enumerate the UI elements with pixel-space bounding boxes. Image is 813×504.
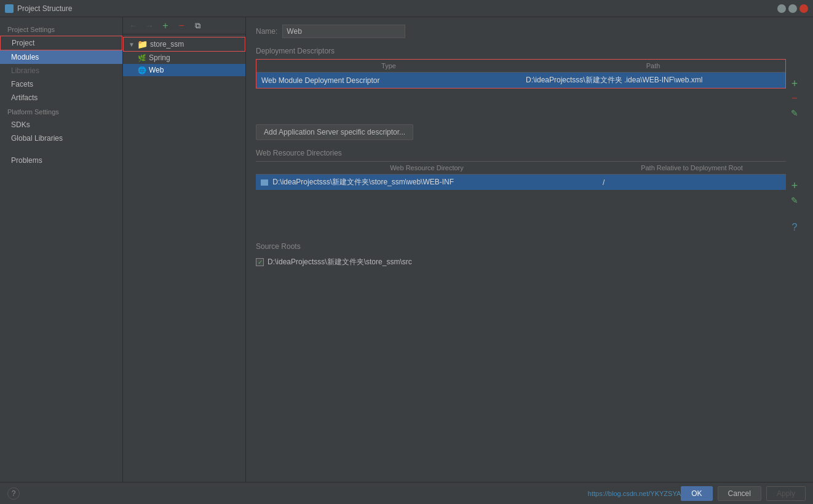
remove-module-button[interactable]: − [175, 19, 188, 33]
right-content: Name: Deployment Descriptors Type Path [246, 17, 813, 482]
dd-type-cell: Web Module Deployment Descriptor [256, 73, 521, 89]
module-toolbar: ← → + − ⧉ [123, 17, 245, 34]
name-label: Name: [256, 27, 277, 36]
back-button[interactable]: ← [127, 19, 140, 33]
sidebar-item-project[interactable]: Project [0, 36, 122, 50]
window-title: Project Structure [17, 4, 777, 13]
wr-actions: + ✎ ? [786, 161, 803, 234]
dd-add-button[interactable]: + [788, 77, 801, 90]
deployment-descriptors-table: Type Path Web Module Deployment Descript… [256, 60, 785, 88]
web-resource-title: Web Resource Directories [256, 149, 803, 157]
name-row: Name: [256, 25, 803, 38]
folder-icon: 📁 [137, 39, 148, 49]
table-row[interactable]: Web Module Deployment Descriptor D:\idea… [256, 73, 785, 89]
cancel-button[interactable]: Cancel [718, 486, 761, 501]
platform-settings-header: Platform Settings [0, 104, 122, 118]
wr-dir-cell: D:\ideaProjectsss\新建文件夹\store_ssm\web\WE… [256, 175, 598, 191]
tree-item-spring[interactable]: 🌿 Spring [123, 52, 245, 64]
bottom-left: ? [7, 487, 20, 500]
sidebar: Project Settings Project Modules Librari… [0, 17, 123, 482]
source-checkbox[interactable] [256, 258, 264, 266]
dd-actions: + − ✎ [786, 59, 803, 119]
bottom-right: OK Cancel Apply [681, 486, 806, 501]
source-roots-title: Source Roots [256, 242, 803, 251]
wr-edit-button[interactable]: ✎ [788, 194, 801, 207]
web-resource-table: Web Resource Directory Path Relative to … [256, 161, 786, 190]
sidebar-item-modules[interactable]: Modules [0, 50, 122, 64]
table-row[interactable]: D:\ideaProjectsss\新建文件夹\store_ssm\web\WE… [256, 175, 786, 191]
url-label: https://blog.csdn.net/YKYZSYA [588, 490, 681, 497]
sidebar-item-sdks[interactable]: SDKs [0, 118, 122, 132]
deployment-descriptors-table-container: Type Path Web Module Deployment Descript… [256, 59, 786, 89]
copy-module-button[interactable]: ⧉ [191, 19, 204, 33]
add-descriptor-button[interactable]: Add Application Server specific descript… [256, 124, 413, 140]
spring-icon: 🌿 [138, 54, 146, 62]
sidebar-item-facets[interactable]: Facets [0, 77, 122, 91]
source-roots-section: Source Roots D:\ideaProjectsss\新建文件夹\sto… [256, 242, 803, 270]
source-row: D:\ideaProjectsss\新建文件夹\store_ssm\src [256, 254, 803, 270]
window-controls [777, 4, 808, 13]
tree-arrow-icon: ▼ [129, 41, 135, 48]
dd-remove-button[interactable]: − [788, 92, 801, 104]
wr-add-button[interactable]: + [788, 179, 801, 192]
sidebar-item-problems[interactable]: Problems [0, 154, 122, 167]
web-icon: 🌐 [138, 66, 146, 74]
dd-path-cell: D:\ideaProjectsss\新建文件夹 .idea\WEB-INF\we… [521, 73, 785, 89]
name-input[interactable] [282, 25, 405, 38]
module-tree: ▼ 📁 store_ssm 🌿 Spring 🌐 Web [123, 34, 245, 79]
wr-col-rel-header: Path Relative to Deployment Root [598, 162, 786, 175]
source-path: D:\ideaProjectsss\新建文件夹\store_ssm\src [268, 257, 412, 267]
close-button[interactable] [799, 4, 808, 13]
wr-rel-cell: / [598, 175, 786, 191]
forward-button[interactable]: → [143, 19, 156, 33]
ok-button[interactable]: OK [681, 486, 712, 501]
dd-col-type-header: Type [256, 60, 521, 73]
help-button[interactable]: ? [7, 487, 20, 500]
wr-help-button[interactable]: ? [788, 221, 801, 234]
sidebar-item-global-libraries[interactable]: Global Libraries [0, 132, 122, 145]
add-module-button[interactable]: + [159, 19, 172, 33]
module-panel: ← → + − ⧉ ▼ 📁 store_ssm 🌿 Spring 🌐 [123, 17, 246, 482]
title-bar: Project Structure [0, 0, 813, 17]
sidebar-item-libraries[interactable]: Libraries [0, 64, 122, 77]
bottom-bar: ? https://blog.csdn.net/YKYZSYA OK Cance… [0, 482, 813, 504]
dd-edit-button[interactable]: ✎ [788, 107, 801, 119]
sidebar-item-artifacts[interactable]: Artifacts [0, 91, 122, 104]
folder-small-icon [261, 179, 268, 186]
app-icon [5, 4, 14, 13]
tree-item-store-ssm[interactable]: ▼ 📁 store_ssm [123, 37, 245, 52]
main-container: Project Settings Project Modules Librari… [0, 17, 813, 482]
dd-col-path-header: Path [521, 60, 785, 73]
apply-button[interactable]: Apply [766, 486, 806, 501]
web-resource-section: Web Resource Directories Web Resource Di… [256, 149, 803, 234]
tree-item-web[interactable]: 🌐 Web [123, 64, 245, 76]
wr-col-dir-header: Web Resource Directory [256, 162, 598, 175]
minimize-button[interactable] [777, 4, 786, 13]
deployment-descriptors-title: Deployment Descriptors [256, 47, 803, 55]
project-settings-header: Project Settings [0, 22, 122, 36]
maximize-button[interactable] [788, 4, 797, 13]
